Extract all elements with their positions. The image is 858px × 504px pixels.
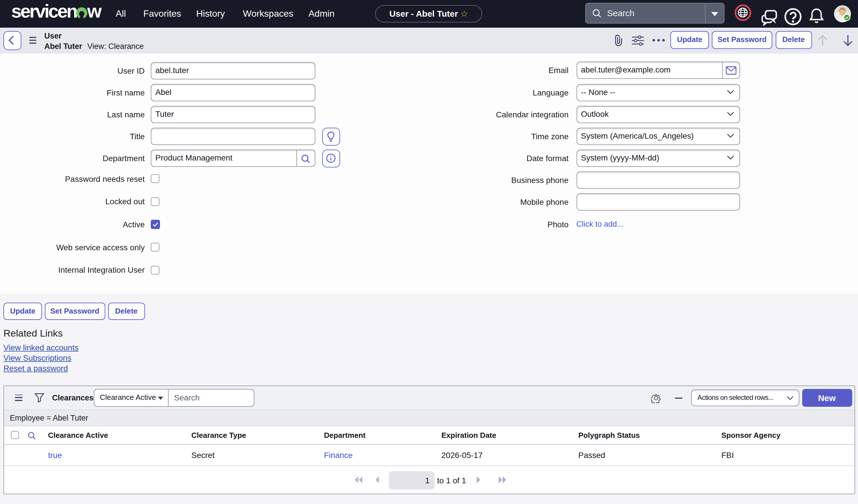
- svg-text:w: w: [87, 3, 102, 21]
- svg-text:servicen: servicen: [11, 3, 77, 21]
